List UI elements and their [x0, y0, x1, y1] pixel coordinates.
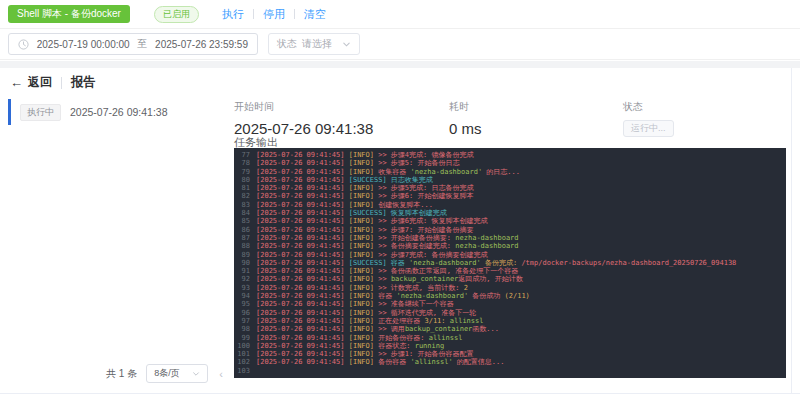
log-segment: [INFO]: [349, 317, 374, 325]
terminal-line: 79[2025-07-26 09:41:45] [INFO] 收集容器 'nez…: [234, 168, 786, 176]
prev-page-icon[interactable]: ‹: [217, 368, 225, 380]
task-name-badge: Shell 脚本 - 备份docker: [8, 5, 130, 23]
log-segment: [2025-07-26 09:41:45]: [256, 292, 349, 300]
log-segment: nezha-dashboard: [455, 234, 518, 242]
log-segment: [INFO]: [349, 217, 374, 225]
line-number: 101: [234, 350, 256, 358]
action-stop-button[interactable]: 停用: [254, 7, 294, 22]
log-segment: [INFO]: [349, 334, 374, 342]
terminal-line: 97[2025-07-26 09:41:45] [INFO] 正在处理容器 3/…: [234, 317, 786, 325]
log-segment: [2025-07-26 09:41:45]: [256, 284, 349, 292]
log-segment: >> 步骤6: 开始创建恢复脚本: [374, 192, 474, 200]
log-segment: [2025-07-26 09:41:45]: [256, 267, 349, 275]
log-segment: >> 步骤7: 开始创建备份摘要: [374, 226, 474, 234]
log-segment: [2025-07-26 09:41:45]: [256, 192, 349, 200]
status-filter-label: 状态: [277, 37, 297, 51]
log-segment: [2025-07-26 09:41:45]: [256, 159, 349, 167]
log-segment: 创建恢复脚本...: [374, 201, 433, 209]
breadcrumb-divider: [61, 77, 62, 89]
run-time: 2025-07-26 09:41:38: [70, 106, 168, 118]
terminal-line: 99[2025-07-26 09:41:45] [INFO] 开始备份容器: a…: [234, 334, 786, 342]
duration-value: 0 ms: [449, 120, 482, 137]
log-segment: >> 步骤5完成: 日志备份完成: [374, 184, 474, 192]
line-number: 86: [234, 226, 256, 234]
line-number: 102: [234, 358, 256, 366]
filter-bar: 2025-07-19 00:00:00 至 2025-07-26 23:59:5…: [0, 29, 800, 60]
log-segment: 返回成功, 开始计数: [458, 275, 522, 283]
log-segment: [INFO]: [349, 275, 374, 283]
log-segment: >> 准备继续下一个容器: [374, 300, 454, 308]
line-number: 84: [234, 209, 256, 217]
line-number: 82: [234, 192, 256, 200]
log-segment: [INFO]: [349, 242, 374, 250]
log-segment: allinssl: [450, 317, 484, 325]
log-segment: [2025-07-26 09:41:45]: [256, 226, 349, 234]
line-number: 97: [234, 317, 256, 325]
log-segment: [2025-07-26 09:41:45]: [256, 300, 349, 308]
log-segment: >> 开始创建备份摘要:: [374, 234, 455, 242]
log-segment: backup_container: [391, 275, 458, 283]
log-segment: [2025-07-26 09:41:45]: [256, 309, 349, 317]
breadcrumb: ← 返回 报告: [10, 74, 96, 91]
log-segment: >> 循环迭代完成, 准备下一轮: [374, 309, 476, 317]
terminal-line: 80[2025-07-26 09:41:45] [SUCCESS] 日志收集完成: [234, 176, 786, 184]
log-segment: >> 步骤4完成: 镜像备份完成: [374, 151, 474, 159]
date-start-value[interactable]: 2025-07-19 00:00:00: [37, 39, 130, 50]
log-segment: [2025-07-26 09:41:45]: [256, 234, 349, 242]
log-segment: [2025-07-26 09:41:45]: [256, 259, 349, 267]
log-segment: [INFO]: [349, 350, 374, 358]
log-segment: 'allinssl': [410, 358, 452, 366]
terminal-line: 89[2025-07-26 09:41:45] [INFO] >> 步骤7完成:…: [234, 251, 786, 259]
log-segment: >> 备份摘要创建完成:: [374, 242, 455, 250]
duration-column: 耗时 0 ms: [449, 100, 482, 137]
date-range-picker[interactable]: 2025-07-19 00:00:00 至 2025-07-26 23:59:5…: [8, 33, 258, 55]
line-number: 96: [234, 309, 256, 317]
status-filter-select[interactable]: 状态 请选择: [268, 33, 360, 55]
log-segment: [2025-07-26 09:41:45]: [256, 342, 349, 350]
log-segment: [2025-07-26 09:41:45]: [256, 251, 349, 259]
log-segment: [2025-07-26 09:41:45]: [256, 176, 349, 184]
log-segment: [2025-07-26 09:41:45]: [256, 325, 349, 333]
running-status-badge: 运行中...: [623, 120, 674, 137]
clock-icon: [18, 39, 29, 50]
action-run-button[interactable]: 执行: [213, 7, 253, 22]
action-clear-button[interactable]: 清空: [295, 7, 335, 22]
start-time-column: 开始时间 2025-07-26 09:41:38: [234, 100, 373, 137]
back-arrow-icon: ←: [10, 76, 23, 89]
terminal-line: 94[2025-07-26 09:41:45] [INFO] 容器 'nezha…: [234, 292, 786, 300]
line-number: 89: [234, 251, 256, 259]
page-size-select[interactable]: 8条/页: [146, 364, 208, 383]
log-segment: [2025-07-26 09:41:45]: [256, 275, 349, 283]
line-number: 85: [234, 217, 256, 225]
line-number: 91: [234, 267, 256, 275]
line-number: 88: [234, 242, 256, 250]
terminal-output[interactable]: 77[2025-07-26 09:41:45] [INFO] >> 步骤4完成:…: [234, 148, 786, 378]
log-segment: [2025-07-26 09:41:45]: [256, 217, 349, 225]
enabled-status-pill: 已启用: [154, 6, 199, 23]
back-button[interactable]: ← 返回: [10, 74, 52, 91]
line-number: 81: [234, 184, 256, 192]
terminal-line: 98[2025-07-26 09:41:45] [INFO] >> 调用back…: [234, 325, 786, 333]
log-segment: [INFO]: [349, 284, 374, 292]
line-number: 90: [234, 259, 256, 267]
log-segment: 容器状态:: [374, 342, 415, 350]
log-segment: [SUCCESS]: [349, 259, 387, 267]
header-actions: 执行停用清空: [213, 7, 335, 22]
terminal-line: 78[2025-07-26 09:41:45] [INFO] >> 步骤5: 开…: [234, 159, 786, 167]
run-list-item[interactable]: 执行中 2025-07-26 09:41:38: [8, 99, 222, 125]
date-end-value[interactable]: 2025-07-26 23:59:59: [155, 39, 248, 50]
chevron-down-icon: [342, 40, 351, 49]
log-segment: [2025-07-26 09:41:45]: [256, 358, 349, 366]
terminal-line: 90[2025-07-26 09:41:45] [SUCCESS] 容器 'ne…: [234, 259, 786, 267]
log-segment: [INFO]: [349, 300, 374, 308]
log-segment: running: [415, 342, 445, 350]
line-number: 92: [234, 275, 256, 283]
chevron-down-icon: [192, 370, 200, 378]
log-segment: [INFO]: [349, 358, 374, 366]
log-segment: 恢复脚本创建完成: [387, 209, 447, 217]
line-number: 83: [234, 201, 256, 209]
line-number: 98: [234, 325, 256, 333]
log-segment: [INFO]: [349, 342, 374, 350]
log-segment: 备份成功: [468, 292, 504, 300]
terminal-line: 84[2025-07-26 09:41:45] [SUCCESS] 恢复脚本创建…: [234, 209, 786, 217]
